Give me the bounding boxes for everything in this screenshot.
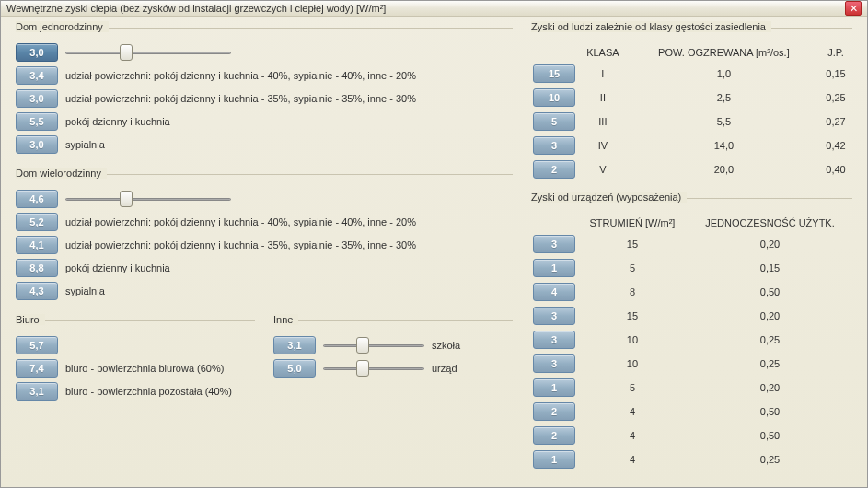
value-button[interactable]: 3,0 (16, 135, 58, 154)
cell-strum: 15 (577, 304, 688, 328)
table-row: 5III5,50,27 (531, 110, 852, 134)
value-slider[interactable] (65, 190, 231, 208)
cell-strum: 4 (577, 447, 688, 471)
value-description: sypialnia (65, 285, 105, 296)
value-button[interactable]: 2 (533, 426, 575, 445)
value-button[interactable]: 5,0 (273, 359, 316, 378)
value-button[interactable]: 4,6 (16, 190, 58, 208)
value-button[interactable]: 5 (533, 112, 575, 131)
value-button[interactable]: 5,7 (16, 336, 58, 354)
value-row: 3,0 (16, 42, 513, 63)
table-urzadzen: STRUMIEŃ [W/m²] JEDNOCZESNOŚĆ UŻYTK. 315… (531, 214, 852, 471)
cell-jp: 0,25 (819, 86, 852, 110)
dialog-window: Wewnętrzne zyski ciepła (bez zysków od i… (0, 0, 868, 488)
value-button[interactable]: 3,1 (273, 336, 316, 354)
value-row: 4,6 (16, 189, 513, 209)
value-button[interactable]: 4,1 (16, 236, 58, 254)
value-button[interactable]: 1 (533, 450, 575, 469)
cell-jedno: 0,25 (688, 352, 852, 376)
value-description: pokój dzienny i kuchnia (65, 116, 170, 127)
value-row: 7,4biuro - powierzchnia biurowa (60%) (16, 358, 255, 378)
value-button[interactable]: 15 (533, 64, 575, 83)
table-row: 3150,20 (531, 232, 852, 256)
col-jp: J.P. (819, 43, 852, 62)
cell-strum: 4 (577, 400, 688, 424)
group-biuro: Biuro 5,77,4biuro - powierzchnia biurowa… (16, 320, 255, 413)
value-button[interactable]: 3,1 (16, 382, 58, 401)
cell-jp: 0,42 (819, 134, 852, 157)
cell-pow: 20,0 (629, 157, 819, 181)
cell-pow: 1,0 (629, 62, 819, 86)
value-row: 3,1szkoła (273, 335, 513, 355)
value-button[interactable]: 3 (533, 136, 575, 155)
table-row: 3150,20 (531, 304, 852, 328)
value-button[interactable]: 3 (533, 307, 575, 325)
value-button[interactable]: 1 (533, 259, 575, 277)
cell-strum: 5 (577, 376, 688, 400)
group-title: Dom jednorodzinny (16, 21, 109, 32)
value-button[interactable]: 3 (533, 235, 575, 253)
group-title: Dom wielorodzinny (16, 168, 107, 179)
value-button[interactable]: 1 (533, 378, 575, 397)
value-description: udział powierzchni: pokój dzienny i kuch… (65, 239, 416, 250)
value-button[interactable]: 8,8 (16, 259, 58, 277)
value-button[interactable]: 5,2 (16, 213, 58, 231)
value-description: urząd (432, 363, 457, 374)
slider-thumb[interactable] (356, 360, 369, 377)
cell-strum: 5 (577, 256, 688, 280)
cell-jedno: 0,50 (688, 280, 852, 304)
cell-jedno: 0,25 (688, 447, 852, 471)
value-button[interactable]: 3,4 (16, 66, 58, 85)
cell-klasa: V (577, 157, 629, 181)
slider-thumb[interactable] (120, 191, 133, 207)
group-title: Zyski od urządzeń (wyposażenia) (531, 192, 687, 203)
cell-jp: 0,15 (819, 62, 852, 86)
slider-thumb[interactable] (120, 44, 133, 61)
table-row: 150,15 (531, 256, 852, 280)
content-area: Dom jednorodzinny 3,03,4udział powierzch… (1, 17, 867, 488)
table-row: 3IV14,00,42 (531, 134, 852, 157)
value-row: 3,1biuro - powierzchnia pozostała (40%) (16, 381, 255, 401)
value-description: biuro - powierzchnia biurowa (60%) (65, 363, 224, 374)
value-button[interactable]: 4,3 (16, 282, 58, 300)
close-button[interactable]: ✕ (845, 1, 862, 16)
value-button[interactable]: 5,5 (16, 112, 58, 131)
value-button[interactable]: 7,4 (16, 359, 58, 378)
value-button[interactable]: 4 (533, 283, 575, 301)
value-row: 8,8pokój dzienny i kuchnia (16, 258, 513, 278)
cell-jedno: 0,15 (688, 256, 852, 280)
cell-strum: 10 (577, 328, 688, 352)
table-row: 150,20 (531, 376, 852, 400)
col-jedno: JEDNOCZESNOŚĆ UŻYTK. (688, 214, 852, 232)
cell-pow: 5,5 (629, 110, 819, 134)
table-row: 140,25 (531, 447, 852, 471)
value-slider[interactable] (65, 43, 231, 62)
cell-strum: 4 (577, 424, 688, 447)
value-button[interactable]: 3 (533, 354, 575, 373)
col-pow: POW. OGZREWANA [m²/os.] (629, 43, 819, 62)
value-button[interactable]: 10 (533, 88, 575, 107)
value-slider[interactable] (323, 336, 424, 354)
cell-strum: 15 (577, 232, 688, 256)
group-title: Inne (273, 314, 298, 325)
value-description: udział powierzchni: pokój dzienny i kuch… (65, 216, 416, 227)
group-title: Zyski od ludzi zależnie od klasy gęstośc… (531, 21, 771, 32)
slider-thumb[interactable] (356, 337, 369, 354)
value-button[interactable]: 2 (533, 402, 575, 421)
value-row: 5,7 (16, 335, 255, 355)
table-row: 480,50 (531, 280, 852, 304)
value-description: pokój dzienny i kuchnia (65, 262, 170, 273)
group-dom-jednorodzinny: Dom jednorodzinny 3,03,4udział powierzch… (16, 28, 513, 167)
value-row: 5,2udział powierzchni: pokój dzienny i k… (16, 212, 513, 232)
value-row: 5,0urząd (273, 358, 513, 378)
value-button[interactable]: 3 (533, 331, 575, 349)
value-button[interactable]: 2 (533, 160, 575, 179)
value-button[interactable]: 3,0 (16, 43, 58, 62)
group-inne: Inne 3,1szkoła5,0urząd (273, 320, 513, 413)
table-row: 10II2,50,25 (531, 86, 852, 110)
value-description: biuro - powierzchnia pozostała (40%) (65, 386, 232, 397)
value-button[interactable]: 3,0 (16, 89, 58, 108)
value-row: 4,1udział powierzchni: pokój dzienny i k… (16, 235, 513, 255)
cell-jedno: 0,25 (688, 328, 852, 352)
value-slider[interactable] (323, 359, 424, 378)
